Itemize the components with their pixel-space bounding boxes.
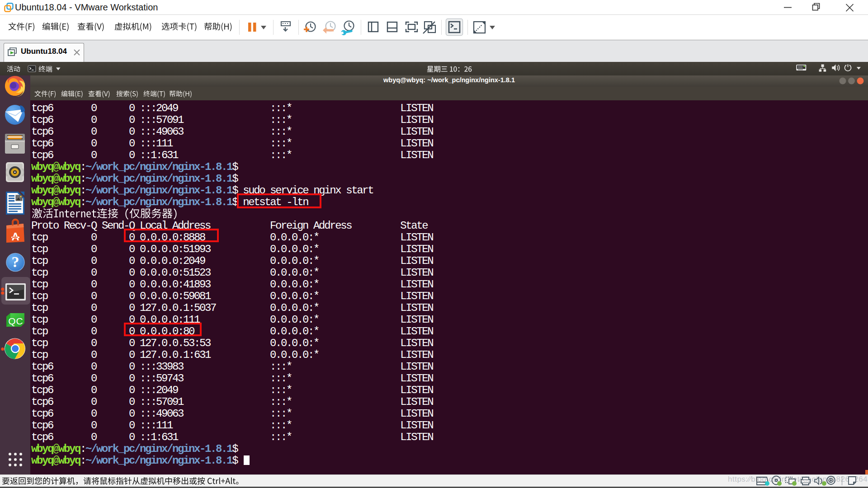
svg-text:QC: QC xyxy=(8,316,24,326)
svg-text:?: ? xyxy=(12,253,19,270)
